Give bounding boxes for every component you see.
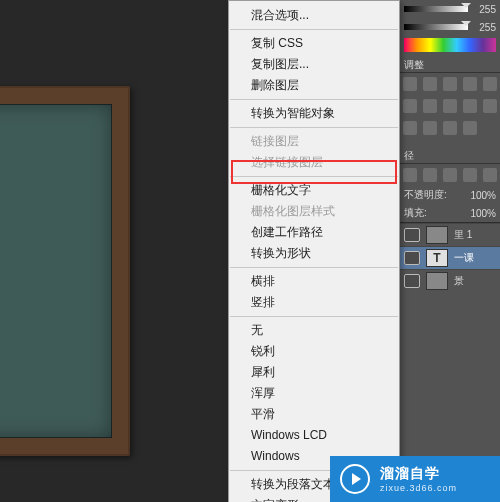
layer-label: 一课 <box>454 251 474 265</box>
tab-paths[interactable]: 径 <box>404 149 414 163</box>
menu-aa-smooth[interactable]: 平滑 <box>229 404 399 425</box>
watermark-sub: zixue.3d66.com <box>380 483 457 493</box>
menu-separator <box>230 267 398 268</box>
adj-icon[interactable] <box>423 99 437 113</box>
adj-icon[interactable] <box>443 99 457 113</box>
adj-icon[interactable] <box>443 77 457 91</box>
layer-row[interactable]: 景 <box>400 269 500 292</box>
menu-horizontal[interactable]: 横排 <box>229 271 399 292</box>
menu-convert-to-shape[interactable]: 转换为形状 <box>229 243 399 264</box>
menu-link-layers: 链接图层 <box>229 131 399 152</box>
text-layer-thumb[interactable]: T <box>426 249 448 267</box>
slider[interactable] <box>404 24 468 30</box>
kind-icon[interactable] <box>483 168 497 182</box>
layer-row[interactable]: 里 1 <box>400 223 500 246</box>
menu-select-linked: 选择链接图层 <box>229 152 399 173</box>
kind-icon[interactable] <box>403 168 417 182</box>
menu-separator <box>230 29 398 30</box>
adj-icon[interactable] <box>403 99 417 113</box>
visibility-icon[interactable] <box>404 274 420 288</box>
slider[interactable] <box>404 6 468 12</box>
panels-dock: 255 255 调整 径 不透明度: 100% 填充: <box>399 0 500 502</box>
panel-tabs: 调整 <box>400 54 500 73</box>
type-presets[interactable] <box>400 164 500 186</box>
opacity-value[interactable]: 100% <box>470 190 496 201</box>
adj-icon[interactable] <box>403 121 417 135</box>
layer-thumb[interactable] <box>426 272 448 290</box>
adj-icon[interactable] <box>483 77 497 91</box>
menu-delete-layer[interactable]: 删除图层 <box>229 75 399 96</box>
menu-aa-none[interactable]: 无 <box>229 320 399 341</box>
menu-separator <box>230 99 398 100</box>
layer-row[interactable]: T 一课 <box>400 246 500 269</box>
kind-icon[interactable] <box>423 168 437 182</box>
kind-icon[interactable] <box>443 168 457 182</box>
adj-icon[interactable] <box>443 121 457 135</box>
menu-blending-options[interactable]: 混合选项... <box>229 5 399 26</box>
fill-value[interactable]: 100% <box>470 208 496 219</box>
context-menu: 混合选项... 复制 CSS 复制图层... 删除图层 转换为智能对象 链接图层… <box>228 0 400 502</box>
opacity-label: 不透明度: <box>404 188 447 202</box>
menu-duplicate-layer[interactable]: 复制图层... <box>229 54 399 75</box>
adj-icon[interactable] <box>463 77 477 91</box>
menu-rasterize-layer-style: 栅格化图层样式 <box>229 201 399 222</box>
watermark-title: 溜溜自学 <box>380 465 457 483</box>
adj-icon[interactable] <box>423 77 437 91</box>
adj-icon[interactable] <box>463 99 477 113</box>
menu-windows-lcd[interactable]: Windows LCD <box>229 425 399 446</box>
menu-separator <box>230 127 398 128</box>
adj-icon[interactable] <box>423 121 437 135</box>
menu-vertical[interactable]: 竖排 <box>229 292 399 313</box>
adj-icon[interactable] <box>483 99 497 113</box>
adjustments-icons-2[interactable] <box>400 95 500 117</box>
fill-label: 填充: <box>404 206 427 220</box>
layer-label: 里 1 <box>454 228 472 242</box>
menu-aa-sharp[interactable]: 锐利 <box>229 341 399 362</box>
menu-copy-css[interactable]: 复制 CSS <box>229 33 399 54</box>
adj-icon[interactable] <box>403 77 417 91</box>
tab-adjust[interactable]: 调整 <box>404 58 424 72</box>
adj-icon[interactable] <box>463 121 477 135</box>
kind-icon[interactable] <box>463 168 477 182</box>
watermark: 溜溜自学 zixue.3d66.com <box>330 456 500 502</box>
play-icon <box>340 464 370 494</box>
menu-create-work-path[interactable]: 创建工作路径 <box>229 222 399 243</box>
layer-label: 景 <box>454 274 464 288</box>
adjustments-icons[interactable] <box>400 73 500 95</box>
visibility-icon[interactable] <box>404 228 420 242</box>
visibility-icon[interactable] <box>404 251 420 265</box>
value: 255 <box>472 22 496 33</box>
value: 255 <box>472 4 496 15</box>
color-ramp[interactable] <box>404 38 496 52</box>
layers-list: 里 1 T 一课 景 <box>400 222 500 292</box>
menu-aa-crisp[interactable]: 犀利 <box>229 362 399 383</box>
menu-separator <box>230 316 398 317</box>
layer-thumb[interactable] <box>426 226 448 244</box>
document-content <box>0 104 112 438</box>
menu-separator <box>230 176 398 177</box>
adjustments-icons-3[interactable] <box>400 117 500 139</box>
document-frame <box>0 86 130 456</box>
menu-convert-smart-object[interactable]: 转换为智能对象 <box>229 103 399 124</box>
menu-aa-strong[interactable]: 浑厚 <box>229 383 399 404</box>
menu-rasterize-type[interactable]: 栅格化文字 <box>229 180 399 201</box>
